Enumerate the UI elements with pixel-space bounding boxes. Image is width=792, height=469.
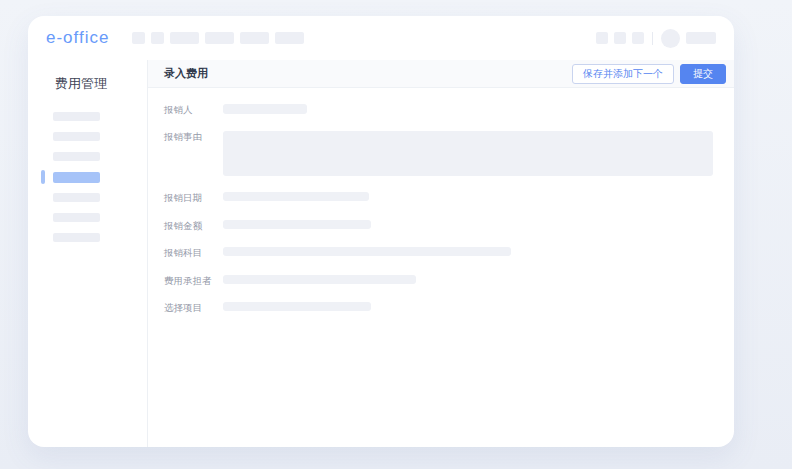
cost-bearer-input[interactable] xyxy=(223,275,416,284)
avatar[interactable] xyxy=(661,29,680,48)
nav-item-placeholder[interactable] xyxy=(275,32,304,44)
sidebar-item-placeholder[interactable] xyxy=(53,132,147,141)
amount-input[interactable] xyxy=(223,220,371,229)
top-nav xyxy=(132,32,304,44)
toolbar-icon-placeholder[interactable] xyxy=(632,32,644,44)
form-row-reimburser: 报销人 xyxy=(164,104,713,115)
top-header: e-office xyxy=(28,16,734,60)
toolbar-divider xyxy=(652,32,653,45)
save-and-add-next-button[interactable]: 保存并添加下一个 xyxy=(572,64,674,84)
active-item-indicator xyxy=(41,170,45,184)
app-logo: e-office xyxy=(46,28,109,48)
page-background: e-office 费用管理 xyxy=(0,0,792,469)
sidebar-item-label-placeholder xyxy=(53,172,100,183)
toolbar-icon-placeholder[interactable] xyxy=(614,32,626,44)
nav-icon-placeholder[interactable] xyxy=(132,32,145,44)
main-content: 录入费用 保存并添加下一个 提交 报销人 报销事由 报销日期 xyxy=(148,60,734,447)
sidebar-item-label-placeholder xyxy=(53,112,100,121)
sidebar-item-label-placeholder xyxy=(53,213,100,222)
sidebar-item-placeholder[interactable] xyxy=(53,112,147,121)
reimburser-input[interactable] xyxy=(223,104,307,114)
form-row-subject: 报销科目 xyxy=(164,247,713,258)
sidebar-title: 费用管理 xyxy=(55,75,147,93)
date-input[interactable] xyxy=(223,192,369,201)
nav-icon-placeholder[interactable] xyxy=(151,32,164,44)
field-label: 费用承担者 xyxy=(164,275,223,286)
form-row-project: 选择项目 xyxy=(164,302,713,313)
main-header: 录入费用 保存并添加下一个 提交 xyxy=(148,60,734,88)
sidebar-item-placeholder[interactable] xyxy=(53,193,147,202)
form-row-date: 报销日期 xyxy=(164,192,713,203)
field-label: 报销金额 xyxy=(164,220,223,231)
form-row-bearer: 费用承担者 xyxy=(164,275,713,286)
sidebar-item-label-placeholder xyxy=(53,233,100,242)
sidebar-item-active[interactable] xyxy=(53,172,147,183)
username-placeholder[interactable] xyxy=(686,32,716,44)
form-row-amount: 报销金额 xyxy=(164,220,713,231)
sidebar-item-label-placeholder xyxy=(53,152,100,161)
form-row-reason: 报销事由 xyxy=(164,131,713,176)
top-right-toolbar xyxy=(596,29,716,48)
nav-item-placeholder[interactable] xyxy=(170,32,199,44)
nav-item-placeholder[interactable] xyxy=(205,32,234,44)
app-window: e-office 费用管理 xyxy=(28,16,734,447)
nav-item-placeholder[interactable] xyxy=(240,32,269,44)
submit-button[interactable]: 提交 xyxy=(680,64,726,84)
content-area: 费用管理 录入费用 保存并添加下一 xyxy=(28,60,734,447)
sidebar-item-label-placeholder xyxy=(53,193,100,202)
reason-textarea[interactable] xyxy=(223,131,713,176)
field-label: 报销科目 xyxy=(164,247,223,258)
field-label: 报销日期 xyxy=(164,192,223,203)
project-select[interactable] xyxy=(223,302,371,311)
sidebar: 费用管理 xyxy=(28,60,148,447)
page-title: 录入费用 xyxy=(164,66,208,81)
sidebar-menu xyxy=(28,112,147,242)
field-label: 报销事由 xyxy=(164,131,223,142)
sidebar-item-placeholder[interactable] xyxy=(53,213,147,222)
subject-input[interactable] xyxy=(223,247,511,256)
sidebar-item-placeholder[interactable] xyxy=(53,152,147,161)
field-label: 选择项目 xyxy=(164,302,223,313)
field-label: 报销人 xyxy=(164,104,223,115)
sidebar-item-label-placeholder xyxy=(53,132,100,141)
sidebar-item-placeholder[interactable] xyxy=(53,233,147,242)
expense-form: 报销人 报销事由 报销日期 报销金额 xyxy=(148,88,734,313)
toolbar-icon-placeholder[interactable] xyxy=(596,32,608,44)
